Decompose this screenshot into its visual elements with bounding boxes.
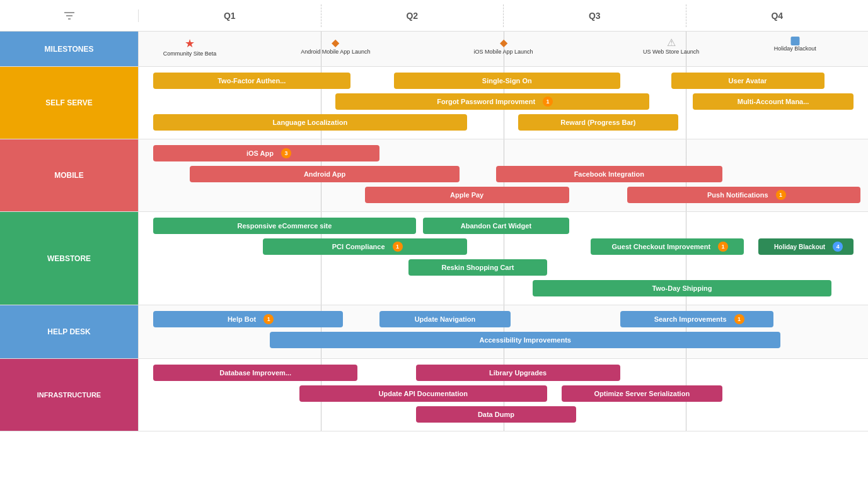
quarter-q1: Q1: [139, 4, 321, 27]
filter-icon: [63, 9, 76, 22]
milestone-ios[interactable]: ◆ iOS Mobile App Launch: [473, 37, 533, 55]
self-serve-label: SELF SERVE: [0, 67, 139, 139]
quarters-header: Q1 Q2 Q3 Q4: [139, 4, 868, 27]
header-label-col: [0, 9, 139, 22]
header-row: Q1 Q2 Q3 Q4: [0, 0, 868, 32]
bar-apple-pay[interactable]: Apple Pay Push Notifications 1: [139, 187, 868, 206]
webstore-content: Responsive eCommerce site Abandon Cart W…: [139, 212, 868, 305]
infrastructure-row: INFRASTRUCTURE Database Improvem... Libr…: [0, 359, 868, 431]
milestones-content: ★ Community Site Beta ◆ Android Mobile A…: [139, 32, 868, 66]
mobile-row: MOBILE iOS App 3 Android App Facebook In…: [0, 139, 868, 212]
svg-rect-1: [66, 15, 72, 16]
bar-language[interactable]: Language Localization Reward (Progress B…: [139, 114, 868, 133]
bar-pci[interactable]: PCI Compliance 1 Guest Checkout Improvem…: [139, 238, 868, 257]
bar-data-dump[interactable]: Data Dump: [139, 406, 868, 425]
self-serve-content: Two-Factor Authen... Single-Sign On User…: [139, 67, 868, 139]
bar-ios-app[interactable]: iOS App 3: [139, 145, 868, 164]
help-desk-content: Help Bot 1 Update Navigation Search Impr…: [139, 305, 868, 358]
bar-android-app[interactable]: Android App Facebook Integration: [139, 166, 868, 185]
bar-two-day-shipping[interactable]: Two-Day Shipping: [139, 280, 868, 299]
self-serve-row: SELF SERVE Two-Factor Authen... Single-S…: [0, 67, 868, 139]
mobile-content: iOS App 3 Android App Facebook Integrati…: [139, 139, 868, 211]
milestone-webstore[interactable]: ⚠ US Web Store Launch: [643, 37, 699, 55]
infrastructure-content: Database Improvem... Library Upgrades Up…: [139, 359, 868, 431]
milestones-label: MILESTONES: [0, 32, 139, 66]
milestones-row: MILESTONES ★ Community Site Beta ◆ Andro…: [0, 32, 868, 67]
help-desk-row: HELP DESK Help Bot 1 Update Navigation S…: [0, 305, 868, 359]
quarter-q4: Q4: [686, 4, 869, 27]
bar-database[interactable]: Database Improvem... Library Upgrades: [139, 365, 868, 384]
bar-reskin[interactable]: Reskin Shopping Cart: [139, 259, 868, 278]
quarter-q2: Q2: [321, 4, 504, 27]
milestone-community[interactable]: ★ Community Site Beta: [163, 37, 217, 57]
bar-forgot-password[interactable]: Forgot Password Improvment 1 Multi-Accou…: [139, 93, 868, 112]
infrastructure-label: INFRASTRUCTURE: [0, 359, 139, 431]
svg-rect-2: [68, 18, 71, 20]
help-desk-label: HELP DESK: [0, 305, 139, 358]
milestone-holiday[interactable]: Holiday Blackout: [774, 37, 816, 52]
mobile-label: MOBILE: [0, 139, 139, 211]
webstore-label: WEBSTORE: [0, 212, 139, 305]
bar-accessibility[interactable]: Accessibility Improvements: [139, 332, 868, 351]
bar-responsive-ecommerce[interactable]: Responsive eCommerce site Abandon Cart W…: [139, 218, 868, 237]
bar-two-factor[interactable]: Two-Factor Authen... Single-Sign On User…: [139, 73, 868, 91]
gantt-chart: Q1 Q2 Q3 Q4 MILESTONES ★ Community Site …: [0, 0, 868, 492]
webstore-row: WEBSTORE Responsive eCommerce site Aband…: [0, 212, 868, 305]
bar-help-bot[interactable]: Help Bot 1 Update Navigation Search Impr…: [139, 311, 868, 330]
bar-api-docs[interactable]: Update API Documentation Optimize Server…: [139, 385, 868, 404]
quarter-q3: Q3: [504, 4, 686, 27]
svg-rect-0: [64, 12, 74, 13]
milestone-android[interactable]: ◆ Android Mobile App Launch: [301, 37, 370, 55]
